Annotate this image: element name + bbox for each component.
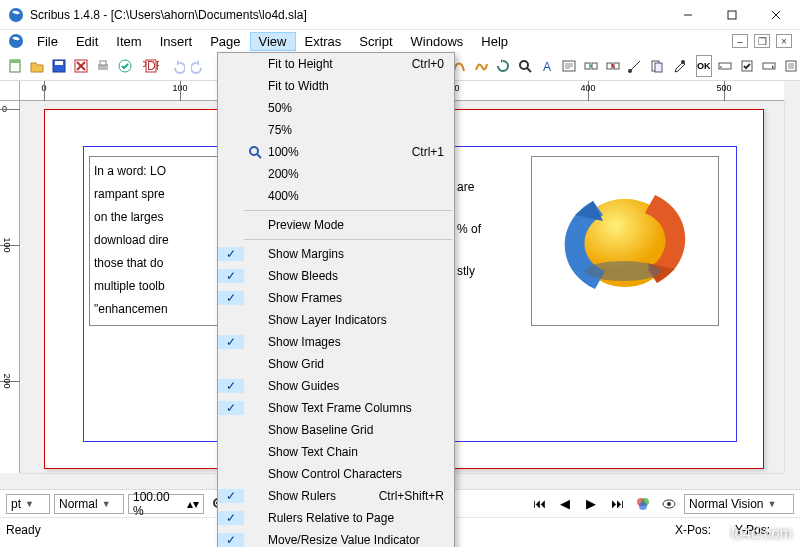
color-management-button[interactable] bbox=[632, 493, 654, 515]
mdi-restore-button[interactable]: ❐ bbox=[754, 34, 770, 48]
vision-combo[interactable]: Normal Vision▼ bbox=[684, 494, 794, 514]
link-frames-tool[interactable] bbox=[582, 55, 600, 77]
open-document-button[interactable] bbox=[28, 55, 46, 77]
xpos-label: X-Pos: bbox=[675, 523, 711, 537]
menu-windows[interactable]: Windows bbox=[402, 32, 473, 51]
ruler-v-label: 200 bbox=[2, 373, 12, 388]
menu-item-label: 200% bbox=[266, 167, 444, 181]
goto-prev-page-button[interactable]: ◀ bbox=[554, 493, 576, 515]
pdf-textfield-button[interactable] bbox=[716, 55, 734, 77]
menu-page[interactable]: Page bbox=[201, 32, 249, 51]
unit-combo[interactable]: pt▼ bbox=[6, 494, 50, 514]
unlink-frames-tool[interactable] bbox=[604, 55, 622, 77]
menu-script[interactable]: Script bbox=[350, 32, 401, 51]
close-button[interactable] bbox=[754, 1, 798, 29]
undo-button[interactable] bbox=[168, 55, 186, 77]
view-menu-item[interactable]: ✓Move/Resize Value Indicator bbox=[218, 529, 454, 547]
view-menu-item[interactable]: 400% bbox=[218, 185, 454, 207]
pdf-combo-button[interactable] bbox=[760, 55, 778, 77]
svg-text:A: A bbox=[543, 60, 551, 74]
svg-point-0 bbox=[9, 8, 23, 22]
view-menu-item[interactable]: ✓Show Images bbox=[218, 331, 454, 353]
view-menu-item[interactable]: Fit to Width bbox=[218, 75, 454, 97]
menu-extras[interactable]: Extras bbox=[296, 32, 351, 51]
mdi-minimize-button[interactable]: – bbox=[732, 34, 748, 48]
check-icon: ✓ bbox=[218, 379, 244, 393]
view-menu-item[interactable]: Show Grid bbox=[218, 353, 454, 375]
view-menu-item[interactable]: 200% bbox=[218, 163, 454, 185]
ruler-vertical[interactable]: 0 100 200 bbox=[0, 101, 20, 473]
view-menu-item[interactable]: Fit to HeightCtrl+0 bbox=[218, 53, 454, 75]
preview-quality-combo[interactable]: Normal▼ bbox=[54, 494, 124, 514]
svg-point-77 bbox=[250, 147, 258, 155]
freehand-tool[interactable] bbox=[472, 55, 490, 77]
view-menu-item[interactable]: Show Layer Indicators bbox=[218, 309, 454, 331]
view-menu-item[interactable]: ✓Show Margins bbox=[218, 243, 454, 265]
menu-item-label: Show Layer Indicators bbox=[266, 313, 444, 327]
view-menu-item[interactable]: 100%Ctrl+1 bbox=[218, 141, 454, 163]
view-menu-item[interactable]: ✓Show Text Frame Columns bbox=[218, 397, 454, 419]
zoom-tool[interactable] bbox=[516, 55, 534, 77]
scrollbar-vertical[interactable] bbox=[784, 101, 800, 473]
print-button[interactable] bbox=[94, 55, 112, 77]
copy-properties-tool[interactable] bbox=[648, 55, 666, 77]
view-menu-item[interactable]: ✓Rulers Relative to Page bbox=[218, 507, 454, 529]
check-icon: ✓ bbox=[218, 269, 244, 283]
view-menu-item[interactable]: Show Text Chain bbox=[218, 441, 454, 463]
menu-item-label: Show Frames bbox=[266, 291, 444, 305]
menu-view[interactable]: View bbox=[250, 32, 296, 51]
view-menu-item[interactable]: ✓Show RulersCtrl+Shift+R bbox=[218, 485, 454, 507]
menu-item-menu[interactable]: Item bbox=[107, 32, 150, 51]
logo-image bbox=[545, 171, 705, 311]
menu-item-label: 100% bbox=[266, 145, 412, 159]
pdf-checkbox-button[interactable] bbox=[738, 55, 756, 77]
pdf-listbox-button[interactable] bbox=[782, 55, 800, 77]
goto-first-page-button[interactable]: ⏮ bbox=[528, 493, 550, 515]
view-menu-item[interactable]: 75% bbox=[218, 119, 454, 141]
view-menu-item[interactable]: ✓Show Frames bbox=[218, 287, 454, 309]
ruler-h-label: 400 bbox=[580, 83, 595, 93]
goto-last-page-button[interactable]: ⏭ bbox=[606, 493, 628, 515]
menu-item-label: Show Grid bbox=[266, 357, 444, 371]
pdf-ok-button[interactable]: OK bbox=[696, 55, 712, 77]
rotate-tool[interactable] bbox=[494, 55, 512, 77]
svg-point-30 bbox=[520, 61, 528, 69]
view-menu-item[interactable]: ✓Show Guides bbox=[218, 375, 454, 397]
minimize-button[interactable] bbox=[666, 1, 710, 29]
document-icon bbox=[8, 33, 24, 49]
image-frame[interactable] bbox=[531, 156, 719, 326]
menu-item-label: 75% bbox=[266, 123, 444, 137]
view-menu-item[interactable]: Show Baseline Grid bbox=[218, 419, 454, 441]
menu-item-label: Show Text Frame Columns bbox=[266, 401, 444, 415]
goto-next-page-button[interactable]: ▶ bbox=[580, 493, 602, 515]
menu-insert[interactable]: Insert bbox=[151, 32, 202, 51]
zoom-spin[interactable]: 100.00 %▴▾ bbox=[128, 494, 204, 514]
eyedropper-tool[interactable] bbox=[670, 55, 688, 77]
preview-mode-button[interactable] bbox=[658, 493, 680, 515]
measurement-tool[interactable] bbox=[626, 55, 644, 77]
menu-help[interactable]: Help bbox=[472, 32, 517, 51]
menu-separator bbox=[244, 210, 452, 211]
ruler-v-label: 100 bbox=[2, 237, 12, 252]
view-menu-item[interactable]: 50% bbox=[218, 97, 454, 119]
ruler-h-label: 500 bbox=[716, 83, 731, 93]
mdi-close-button[interactable]: × bbox=[776, 34, 792, 48]
text-overflow-fragment: are % of stly bbox=[457, 156, 481, 282]
save-button[interactable] bbox=[50, 55, 68, 77]
view-menu-dropdown: Fit to HeightCtrl+0Fit to Width50%75%100… bbox=[217, 52, 455, 547]
close-document-button[interactable] bbox=[72, 55, 90, 77]
story-editor-tool[interactable] bbox=[560, 55, 578, 77]
view-menu-item[interactable]: Preview Mode bbox=[218, 214, 454, 236]
ruler-origin[interactable] bbox=[0, 81, 20, 101]
edit-contents-tool[interactable]: A bbox=[538, 55, 556, 77]
menu-file[interactable]: File bbox=[28, 32, 67, 51]
maximize-button[interactable] bbox=[710, 1, 754, 29]
check-icon: ✓ bbox=[218, 291, 244, 305]
view-menu-item[interactable]: ✓Show Bleeds bbox=[218, 265, 454, 287]
view-menu-item[interactable]: Show Control Characters bbox=[218, 463, 454, 485]
export-pdf-button[interactable]: PDF bbox=[142, 55, 160, 77]
redo-button[interactable] bbox=[190, 55, 208, 77]
preflight-button[interactable] bbox=[116, 55, 134, 77]
menu-edit[interactable]: Edit bbox=[67, 32, 107, 51]
new-document-button[interactable] bbox=[6, 55, 24, 77]
